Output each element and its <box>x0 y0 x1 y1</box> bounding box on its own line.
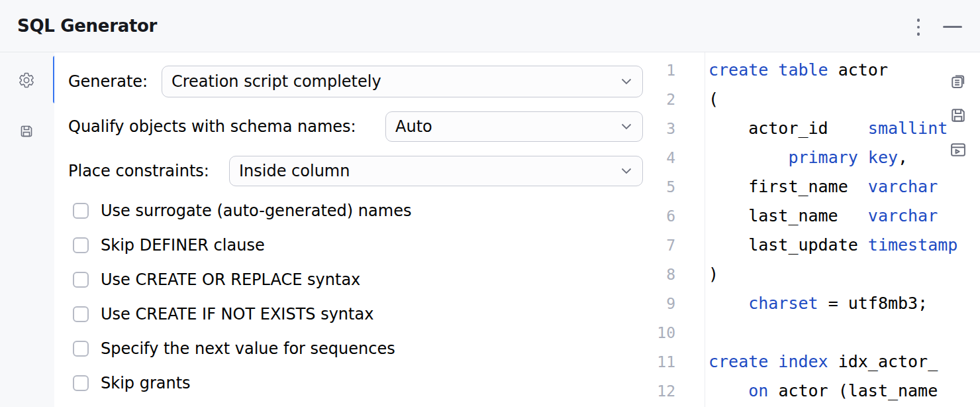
checkbox-label: Specify the next value for sequences <box>101 339 395 358</box>
code-line[interactable]: first_name varchar <box>709 172 980 202</box>
code-line[interactable]: last_update timestamp <box>709 231 980 260</box>
checkbox-unchecked[interactable] <box>73 203 89 219</box>
kebab-dot <box>917 19 920 22</box>
sql-keyword: charset <box>748 294 818 313</box>
checkbox-unchecked[interactable] <box>73 306 89 322</box>
chevron-down-icon <box>621 124 632 130</box>
sql-text: actor (last_name <box>768 381 938 400</box>
sql-text: actor <box>828 60 888 80</box>
sql-keyword: primary key <box>788 148 898 167</box>
save-icon[interactable] <box>19 123 34 139</box>
qualify-dropdown-value: Auto <box>395 117 432 136</box>
left-toolbar <box>0 52 54 407</box>
code-line[interactable]: last_name varchar <box>709 202 980 231</box>
line-number: 9 <box>652 289 705 318</box>
generate-dropdown-value: Creation script completely <box>172 72 381 91</box>
checkbox-label: Use surrogate (auto-generated) names <box>101 202 411 220</box>
checkbox-unchecked[interactable] <box>73 272 89 288</box>
checkbox-row[interactable]: Specify the next value for sequences <box>73 331 411 366</box>
kebab-dot <box>917 26 920 29</box>
sql-text: last_name <box>709 206 868 225</box>
line-number: 7 <box>652 231 705 260</box>
minimize-icon[interactable] <box>939 17 965 36</box>
sql-keyword: timestamp <box>868 235 957 255</box>
generate-label: Generate: <box>68 66 148 97</box>
checkbox-list: Use surrogate (auto-generated) namesSkip… <box>73 194 411 400</box>
dialog-title: SQL Generator <box>0 16 157 36</box>
sql-text <box>709 294 748 313</box>
code-line[interactable]: charset = utf8mb3; <box>709 289 980 318</box>
checkbox-unchecked[interactable] <box>73 341 89 357</box>
checkbox-row[interactable]: Use CREATE OR REPLACE syntax <box>73 262 411 297</box>
sql-text: first_name <box>709 177 868 196</box>
line-number: 4 <box>652 143 705 172</box>
checkbox-row[interactable]: Use surrogate (auto-generated) names <box>73 194 411 228</box>
line-number: 10 <box>652 318 705 347</box>
code-line[interactable]: create index idx_actor_ <box>709 347 980 377</box>
qualify-dropdown[interactable]: Auto <box>385 111 643 142</box>
sql-text: idx_actor_ <box>828 352 938 371</box>
line-number: 1 <box>652 56 705 85</box>
line-number: 8 <box>652 260 705 289</box>
line-number: 11 <box>652 347 705 377</box>
checkbox-label: Use CREATE IF NOT EXISTS syntax <box>101 305 373 323</box>
save-icon[interactable] <box>949 106 967 125</box>
code-line[interactable]: actor_id smallint <box>709 114 980 143</box>
checkbox-row[interactable]: Skip DEFINER clause <box>73 228 411 262</box>
constraints-label: Place constraints: <box>68 156 209 186</box>
code-line[interactable]: on actor (last_name <box>709 377 980 406</box>
chevron-down-icon <box>621 168 632 174</box>
code-line[interactable] <box>709 318 980 347</box>
sql-keyword: on <box>748 381 768 400</box>
copy-icon[interactable] <box>949 72 967 90</box>
checkbox-unchecked[interactable] <box>73 237 89 253</box>
sql-text: ( <box>709 89 718 109</box>
line-number: 6 <box>652 202 705 231</box>
sql-text: , <box>898 148 908 167</box>
qualify-label: Qualify objects with schema names: <box>68 111 356 142</box>
more-menu-icon[interactable] <box>910 16 927 38</box>
sql-keyword: varchar <box>868 206 938 225</box>
options-form: Generate: Creation script completely Qua… <box>54 52 652 407</box>
line-number: 5 <box>652 172 705 202</box>
line-number: 2 <box>652 85 705 114</box>
line-number: 3 <box>652 114 705 143</box>
code-line[interactable]: ( <box>709 85 980 114</box>
sql-text <box>709 381 748 400</box>
line-number-gutter: 123456789101112 <box>652 52 705 407</box>
sql-text: = utf8mb3; <box>818 294 928 313</box>
checkbox-label: Use CREATE OR REPLACE syntax <box>101 270 360 289</box>
code-line[interactable]: create table actor <box>709 56 980 85</box>
sql-generator-dialog: SQL Generator Generate: Creation <box>0 0 980 407</box>
chevron-down-icon <box>621 79 632 85</box>
code-line[interactable]: primary key, <box>709 143 980 172</box>
line-number: 12 <box>652 377 705 406</box>
code-line[interactable]: ) <box>709 260 980 289</box>
titlebar: SQL Generator <box>0 0 980 52</box>
sql-text: last_update <box>709 235 868 255</box>
constraints-dropdown-value: Inside column <box>239 162 350 180</box>
sql-keyword: create table <box>709 60 828 80</box>
checkbox-label: Skip DEFINER clause <box>101 236 265 255</box>
sql-keyword: smallint <box>868 119 948 138</box>
sql-preview-editor[interactable]: 123456789101112 create table actor( acto… <box>652 52 980 407</box>
generate-dropdown[interactable]: Creation script completely <box>162 66 643 97</box>
sql-text: ) <box>709 264 718 284</box>
sql-code[interactable]: create table actor( actor_id smallint pr… <box>709 52 980 407</box>
checkbox-label: Skip grants <box>101 374 191 392</box>
constraints-dropdown[interactable]: Inside column <box>229 156 643 186</box>
settings-icon[interactable] <box>18 72 35 89</box>
checkbox-row[interactable]: Use CREATE IF NOT EXISTS syntax <box>73 297 411 331</box>
sql-keyword: varchar <box>868 177 938 196</box>
sql-keyword: create index <box>709 352 828 371</box>
minimize-bar <box>943 26 962 28</box>
editor-toolbar <box>949 72 967 159</box>
open-in-console-icon[interactable] <box>949 141 967 159</box>
checkbox-unchecked[interactable] <box>73 375 89 391</box>
sql-text: actor_id <box>709 119 868 138</box>
kebab-dot <box>917 32 920 36</box>
sql-text <box>709 148 788 167</box>
checkbox-row[interactable]: Skip grants <box>73 366 411 400</box>
